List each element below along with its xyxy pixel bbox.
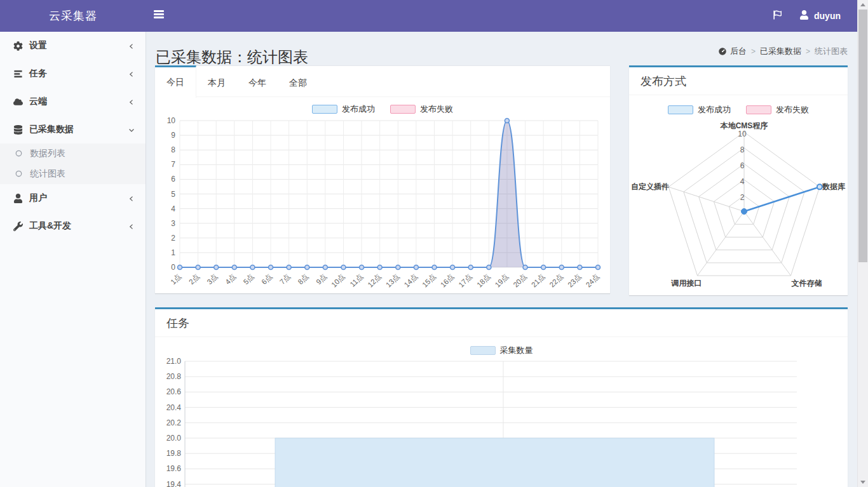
scrollbar-thumb[interactable]: [858, 10, 867, 262]
cloud-icon: [13, 97, 23, 107]
svg-text:21点: 21点: [530, 272, 546, 289]
sidebar-item-tasks[interactable]: 任务: [0, 60, 146, 88]
svg-text:6: 6: [171, 175, 175, 183]
sidebar-subitem-label: 数据列表: [30, 148, 65, 159]
legend-item-publish-fail[interactable]: 发布失败: [390, 103, 453, 115]
sidebar-subitem-stats-chart[interactable]: 统计图表: [0, 164, 146, 184]
sidebar-item-cloud[interactable]: 云端: [0, 88, 146, 116]
user-name: duyun: [814, 11, 841, 21]
legend-swatch-success: [668, 105, 693, 114]
breadcrumb-home[interactable]: 后台: [730, 46, 747, 57]
user-menu[interactable]: duyun: [799, 10, 841, 22]
svg-text:12点: 12点: [366, 272, 383, 289]
chevron-left-icon: [128, 42, 135, 50]
svg-text:4: 4: [171, 204, 175, 213]
svg-text:19.6: 19.6: [166, 464, 182, 473]
scrollbar-up-arrow[interactable]: [858, 0, 868, 10]
svg-text:22点: 22点: [548, 272, 565, 289]
svg-text:7: 7: [171, 160, 175, 169]
legend-item-collect-count[interactable]: 采集数量: [470, 345, 533, 356]
publish-method-radar-chart: 246810本地CMS程序数据库文件存储调用接口自定义插件: [629, 119, 848, 293]
chevron-left-icon: [128, 194, 135, 202]
tab-this-month[interactable]: 本月: [196, 66, 237, 98]
app-logo[interactable]: 云采集器: [0, 0, 146, 32]
svg-text:8点: 8点: [297, 272, 310, 286]
tasks-bar-chart: 21.020.820.620.420.220.019.819.619.4: [155, 357, 848, 487]
svg-text:20点: 20点: [512, 272, 528, 289]
svg-text:19点: 19点: [494, 272, 510, 289]
legend-swatch-collect-count: [470, 346, 496, 355]
tab-all[interactable]: 全部: [278, 66, 318, 98]
navbar-right: duyun: [772, 0, 841, 32]
legend-swatch-fail: [746, 105, 771, 114]
hourly-chart-legend: 发布成功 发布失败: [155, 103, 610, 115]
flag-menu[interactable]: [772, 10, 783, 23]
sidebar-item-collected-data[interactable]: 已采集数据: [0, 116, 146, 143]
breadcrumb: 后台 > 已采集数据 > 统计图表: [718, 46, 848, 57]
breadcrumb-current: 统计图表: [815, 46, 848, 57]
gear-icon: [13, 41, 23, 51]
flag-icon: [772, 10, 783, 23]
chevron-left-icon: [128, 70, 135, 77]
legend-item-publish-fail[interactable]: 发布失败: [746, 104, 809, 116]
database-icon: [13, 124, 23, 135]
svg-text:0: 0: [171, 263, 175, 272]
hamburger-icon: [154, 10, 164, 12]
sidebar-item-label: 已采集数据: [29, 124, 128, 135]
card-title: 任务: [155, 309, 848, 337]
sidebar-item-settings[interactable]: 设置: [0, 32, 146, 60]
svg-text:1点: 1点: [169, 272, 182, 286]
tasks-chart-card: 任务 采集数量 21.020.820.620.420.220.019.819.6…: [155, 307, 848, 487]
svg-text:文件存储: 文件存储: [790, 279, 822, 288]
svg-text:6点: 6点: [260, 272, 273, 286]
sidebar-toggle-button[interactable]: [154, 10, 165, 22]
wrench-icon: [13, 221, 23, 231]
svg-text:20.0: 20.0: [166, 434, 182, 443]
legend-item-publish-success[interactable]: 发布成功: [668, 104, 731, 116]
breadcrumb-separator: >: [751, 47, 756, 56]
svg-text:3: 3: [171, 219, 175, 228]
svg-text:20.2: 20.2: [166, 418, 182, 427]
svg-text:19.8: 19.8: [166, 449, 182, 458]
radar-legend: 发布成功 发布失败: [629, 104, 848, 116]
svg-text:自定义插件: 自定义插件: [631, 182, 669, 191]
sidebar-subitem-label: 统计图表: [30, 168, 65, 180]
sidebar-item-tools-dev[interactable]: 工具&开发: [0, 212, 146, 240]
svg-text:本地CMS程序: 本地CMS程序: [720, 121, 768, 130]
page-title: 已采集数据：统计图表: [156, 47, 308, 67]
svg-text:21.0: 21.0: [166, 357, 182, 366]
legend-swatch-success: [312, 105, 337, 114]
svg-text:5: 5: [171, 190, 175, 199]
svg-text:10点: 10点: [330, 272, 346, 289]
sidebar-item-users[interactable]: 用户: [0, 184, 146, 212]
hourly-area-chart: 0123456789101点2点3点4点5点6点7点8点9点10点11点12点1…: [155, 114, 610, 293]
breadcrumb-separator: >: [806, 47, 810, 56]
sidebar-subitem-data-list[interactable]: 数据列表: [0, 143, 146, 164]
svg-text:8: 8: [171, 145, 175, 154]
svg-text:3点: 3点: [205, 272, 219, 286]
sidebar-item-label: 设置: [29, 40, 128, 51]
svg-text:20.6: 20.6: [166, 387, 182, 396]
svg-text:10: 10: [167, 116, 176, 125]
chevron-down-icon: [128, 126, 135, 133]
legend-swatch-fail: [390, 105, 416, 114]
svg-text:13点: 13点: [384, 272, 401, 289]
svg-text:19.4: 19.4: [166, 480, 182, 487]
svg-text:1: 1: [171, 248, 175, 257]
svg-text:数据库: 数据库: [822, 182, 846, 191]
legend-item-publish-success[interactable]: 发布成功: [312, 103, 375, 115]
user-icon: [13, 193, 23, 203]
svg-text:调用接口: 调用接口: [671, 279, 702, 288]
scrollbar-down-arrow[interactable]: [858, 477, 868, 487]
dashboard-icon: [718, 47, 727, 56]
sidebar-item-label: 用户: [29, 192, 128, 204]
svg-text:20.8: 20.8: [166, 372, 182, 381]
tasks-icon: [13, 69, 23, 79]
tab-today[interactable]: 今日: [155, 65, 196, 98]
tasks-legend: 采集数量: [155, 345, 848, 356]
svg-text:23点: 23点: [566, 272, 583, 289]
breadcrumb-collected-data[interactable]: 已采集数据: [760, 46, 801, 57]
sidebar-item-label: 云端: [29, 96, 128, 107]
tab-this-year[interactable]: 今年: [237, 66, 278, 98]
sidebar-item-label: 任务: [29, 68, 128, 79]
